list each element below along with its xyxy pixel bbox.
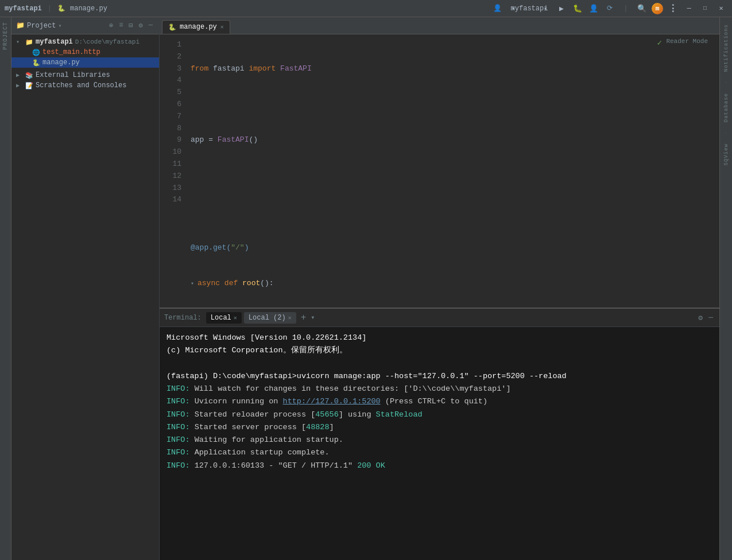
line-num-8: 8 [160, 123, 181, 135]
add-content-button[interactable]: ⊕ [107, 20, 115, 31]
reader-mode-button[interactable]: Reader Mode [666, 38, 708, 45]
uvicorn-link[interactable]: http://127.0.0.1:5200 [283, 397, 381, 406]
info5-label: INFO: [166, 435, 190, 444]
tree-item-manage[interactable]: 🐍 manage.py [11, 57, 159, 68]
local2-tab-label: Local (2) [249, 314, 286, 322]
notifications-panel[interactable]: Notifications [722, 20, 730, 76]
terminal-line-1: Microsoft Windows [Version 10.0.22621.21… [166, 332, 712, 344]
search-button[interactable]: 🔍 [636, 2, 648, 15]
info6-label: INFO: [166, 448, 190, 457]
git-update-button[interactable]: ⟳ [603, 2, 616, 15]
terminal-area: Terminal: Local ✕ Local (2) ✕ + ▾ ⚙ ─ Mi… [160, 308, 719, 560]
tree-item-ext-libs[interactable]: ▶ 📚 External Libraries [11, 70, 159, 80]
panel-title-label: Project [27, 22, 56, 30]
title-bar-right: 👤 ▾ myfastapi ▾ ▶ 🐛 👤 ⟳ | 🔍 m ⋮ ─ □ ✕ [491, 2, 727, 15]
editor-area: 🐍 manage.py ✕ ✓ Reader Mode 1 2 3 4 5 6 … [160, 17, 719, 308]
code-editor[interactable]: ✓ Reader Mode 1 2 3 4 5 6 7 8 9 10 11 12… [160, 34, 719, 308]
terminal-settings-button[interactable]: ⚙ [696, 312, 704, 324]
info7-status: 200 OK [357, 461, 385, 470]
tree-item-test-main[interactable]: 🌐 test_main.http [11, 47, 159, 57]
right-sidebar: Notifications Database SQView [719, 17, 732, 560]
add-terminal-button[interactable]: + [299, 313, 309, 323]
info1-msg: Will watch for changes in these director… [195, 384, 511, 393]
line-num-4: 4 [160, 75, 181, 87]
user-icon[interactable]: 👤 [491, 2, 504, 15]
line-num-1: 1 [160, 39, 181, 51]
tab-manage-py[interactable]: 🐍 manage.py ✕ [162, 20, 230, 34]
terminal-info-7: INFO: 127.0.0.1:60133 - "GET / HTTP/1.1"… [166, 460, 712, 472]
terminal-text-1: Microsoft Windows [Version 10.0.22621.21… [166, 333, 366, 342]
info3-msg: Started reloader process [ [195, 410, 316, 419]
hide-panel-button[interactable]: ─ [147, 20, 154, 31]
terminal-info-1: INFO: Will watch for changes in these di… [166, 383, 712, 395]
ext-libs-label: External Libraries [36, 71, 110, 79]
code-line-6: @app.get("/") [188, 242, 719, 254]
editor-tab-bar: 🐍 manage.py ✕ [160, 17, 719, 34]
info3-loader: StatReload [376, 410, 423, 419]
terminal-tab-bar: Terminal: Local ✕ Local (2) ✕ + ▾ ⚙ ─ [160, 309, 719, 327]
sqview-panel[interactable]: SQView [722, 139, 730, 170]
terminal-text-2: (c) Microsoft Corporation。保留所有权利。 [166, 346, 347, 355]
collapse-all-button[interactable]: ⊟ [127, 20, 134, 31]
info3-pid: 45656 [315, 410, 339, 419]
terminal-info-5: INFO: Waiting for application startup. [166, 434, 712, 446]
project-tab-label[interactable]: Project [1, 17, 10, 55]
info1-label: INFO: [166, 384, 190, 393]
info5-msg: Waiting for application startup. [195, 435, 343, 444]
expand-arrow-scratch: ▶ [16, 82, 23, 89]
scratches-label: Scratches and Consoles [36, 81, 126, 90]
more-options[interactable]: ⋮ [667, 2, 679, 15]
terminal-tab-local[interactable]: Local ✕ [206, 312, 242, 324]
local2-tab-close[interactable]: ✕ [288, 314, 292, 321]
terminal-info-6: INFO: Application startup complete. [166, 446, 712, 459]
tab-close-button[interactable]: ✕ [220, 24, 224, 30]
database-panel[interactable]: Database [722, 88, 730, 127]
code-line-1: from fastapi import FastAPI [188, 63, 719, 75]
expand-all-button[interactable]: ≡ [117, 20, 125, 31]
panel-header: 📁 Project ▾ ⊕ ≡ ⊟ ⚙ ─ [11, 17, 159, 34]
run-button[interactable]: ▶ [555, 2, 568, 15]
info7-label: INFO: [166, 461, 190, 470]
info3-label: INFO: [166, 410, 190, 419]
profile-label[interactable]: myfastapi [523, 2, 536, 15]
terminal-info-4: INFO: Started server process [48828] [166, 421, 712, 434]
py-file-icon: 🐍 [32, 59, 40, 67]
maximize-button[interactable]: □ [699, 2, 711, 15]
project-panel: 📁 Project ▾ ⊕ ≡ ⊟ ⚙ ─ ▾ 📁 myfastapi D:\c… [11, 17, 160, 560]
terminal-content[interactable]: Microsoft Windows [Version 10.0.22621.21… [160, 327, 719, 560]
profile-button[interactable]: 👤 [587, 2, 600, 15]
terminal-tab-local2[interactable]: Local (2) ✕ [244, 312, 296, 324]
profile-dropdown[interactable]: ▾ [539, 2, 552, 15]
terminal-hide-button[interactable]: ─ [707, 312, 715, 324]
manage-py-label: manage.py [42, 59, 80, 67]
user-avatar[interactable]: m [652, 3, 663, 14]
line-num-9: 9 [160, 134, 181, 146]
test-main-label: test_main.http [42, 48, 100, 56]
checkmark-icon: ✓ [657, 38, 662, 48]
panel-dropdown-arrow[interactable]: ▾ [58, 22, 61, 29]
tab-label: manage.py [180, 23, 217, 31]
info4-label: INFO: [166, 423, 190, 431]
minimize-button[interactable]: ─ [683, 2, 695, 15]
expand-arrow-ext: ▶ [16, 72, 23, 79]
tree-item-scratches[interactable]: ▶ 📝 Scratches and Consoles [11, 80, 159, 91]
scratch-icon: 📝 [25, 81, 33, 90]
debug-button[interactable]: 🐛 [571, 2, 584, 15]
info3-end: ] using [339, 410, 376, 419]
tab-py-icon: 🐍 [168, 24, 176, 31]
line-num-14: 14 [160, 194, 181, 206]
terminal-info-2: INFO: Uvicorn running on http://127.0.0.… [166, 395, 712, 408]
line-num-7: 7 [160, 111, 181, 123]
terminal-text-4: (fastapi) D:\code\myfastapi>uvicorn mana… [166, 372, 567, 380]
info2-msg: Uvicorn running on [195, 397, 283, 406]
code-content[interactable]: from fastapi import FastAPI app = FastAP… [188, 34, 719, 308]
local-tab-label: Local [211, 314, 231, 322]
line-num-11: 11 [160, 158, 181, 170]
close-button[interactable]: ✕ [715, 2, 727, 15]
folder-icon-root: 📁 [25, 38, 33, 46]
terminal-dropdown-button[interactable]: ▾ [311, 313, 315, 322]
settings-icon[interactable]: ⚙ [137, 20, 145, 31]
local-tab-close[interactable]: ✕ [234, 314, 237, 321]
left-strip: Project [0, 17, 11, 560]
tree-item-root[interactable]: ▾ 📁 myfastapi D:\code\myfastapi [11, 37, 159, 47]
